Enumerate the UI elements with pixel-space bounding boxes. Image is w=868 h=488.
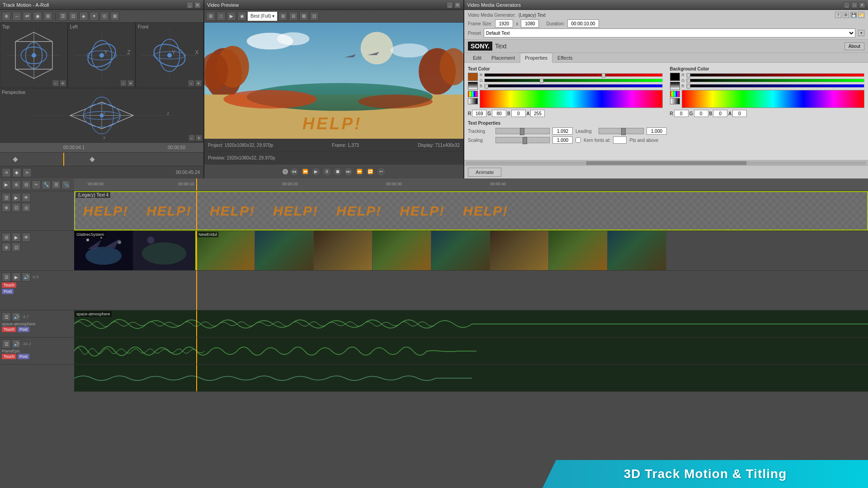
preset-dropdown[interactable]: Default Text: [484, 28, 855, 38]
tl-tool-6[interactable]: ☰: [52, 180, 61, 189]
color-wheel-text[interactable]: [480, 90, 663, 108]
bg-color-swatch[interactable]: [670, 73, 680, 81]
tracking-input[interactable]: [552, 127, 573, 135]
scaling-input[interactable]: [552, 136, 573, 144]
zoom-plus-left[interactable]: +: [127, 80, 134, 86]
kern-pts-input[interactable]: [613, 136, 627, 144]
loop-btn[interactable]: 🔁: [366, 167, 375, 176]
r-slider-text[interactable]: [484, 73, 663, 77]
audio1-toggle[interactable]: ▶: [12, 272, 21, 282]
tl-tool-5[interactable]: 🔧: [42, 180, 51, 189]
close-btn[interactable]: ✕: [194, 2, 201, 8]
toolbar-btn-11[interactable]: ⊠: [110, 12, 119, 21]
zoom-plus-top[interactable]: +: [60, 80, 66, 86]
gen-scrollbar[interactable]: [464, 160, 868, 165]
toolbar-btn-5[interactable]: ⊞: [43, 12, 52, 21]
preview-tool-4[interactable]: ◉: [237, 12, 246, 21]
tm-add-key[interactable]: ◆: [12, 168, 21, 177]
preview-tool-1[interactable]: ⊞: [206, 12, 215, 21]
toolbar-btn-1[interactable]: ⊕: [2, 12, 11, 21]
tab-properties[interactable]: Properties: [520, 53, 552, 63]
g-slider-text[interactable]: [484, 79, 663, 82]
zoom-minus-persp[interactable]: -: [189, 135, 195, 141]
video-track-toggle[interactable]: ▶: [12, 233, 21, 242]
about-btn[interactable]: About: [844, 42, 864, 50]
b-slider-bg[interactable]: [686, 84, 865, 88]
gen-minimize[interactable]: _: [844, 2, 850, 8]
toolbar-btn-6[interactable]: ☰: [58, 12, 67, 21]
tl-tool-2[interactable]: ⊕: [12, 180, 21, 189]
scaling-slider[interactable]: [495, 137, 550, 143]
playback-record-btn[interactable]: [283, 169, 288, 174]
tl-tool-4[interactable]: ✂: [32, 180, 41, 189]
tab-edit[interactable]: Edit: [468, 53, 486, 62]
gen-save-btn[interactable]: 💾: [850, 12, 857, 18]
gen-close[interactable]: ✕: [859, 2, 865, 8]
text-gradient-swatch[interactable]: [468, 82, 478, 90]
video-track-menu[interactable]: ☰: [2, 233, 11, 242]
tab-placement[interactable]: Placement: [486, 53, 520, 62]
gen-help-btn[interactable]: ?: [835, 12, 841, 18]
leading-slider[interactable]: [599, 128, 644, 134]
text-track-menu[interactable]: ☰: [2, 193, 11, 202]
toolbar-btn-7[interactable]: ⊡: [69, 12, 78, 21]
gen-maximize[interactable]: □: [851, 2, 858, 8]
frame-width-input[interactable]: [495, 19, 513, 28]
tab-effects[interactable]: Effects: [552, 53, 577, 62]
animate-btn[interactable]: Animate: [468, 168, 501, 177]
b-input-text[interactable]: [511, 110, 526, 117]
gen-open-btn[interactable]: 📂: [858, 12, 864, 18]
bg-spectrum[interactable]: [670, 91, 680, 97]
g-input-text[interactable]: [492, 110, 506, 117]
r-input-text[interactable]: [472, 110, 486, 117]
toolbar-btn-10[interactable]: ⊙: [100, 12, 109, 21]
kern-checkbox[interactable]: [576, 137, 581, 143]
zoom-plus-persp[interactable]: +: [196, 135, 202, 141]
text-track-btn3[interactable]: ⊡: [12, 203, 21, 212]
zoom-minus-front[interactable]: -: [188, 80, 194, 86]
preview-tool-5[interactable]: ⊞: [278, 12, 288, 21]
preview-tool-3[interactable]: ▶: [227, 12, 236, 21]
stop-btn[interactable]: ⏹: [333, 167, 342, 176]
text-grayscale[interactable]: [468, 98, 478, 104]
audio1-menu[interactable]: ☰: [2, 272, 11, 282]
audio1-mute[interactable]: 🔊: [22, 272, 31, 282]
tl-tool-3[interactable]: ⊟: [22, 180, 31, 189]
toolbar-btn-9[interactable]: ✦: [90, 12, 99, 21]
tracking-slider[interactable]: [495, 128, 550, 134]
a-input-text[interactable]: [530, 110, 545, 117]
duration-input[interactable]: [567, 19, 599, 28]
audio2-menu[interactable]: ☰: [2, 312, 11, 321]
toolbar-btn-3[interactable]: ⇄: [23, 12, 32, 21]
play-btn[interactable]: ▶: [311, 167, 321, 176]
frame-height-input[interactable]: [521, 19, 539, 28]
audio3-menu[interactable]: ☰: [2, 339, 11, 348]
gen-settings-btn[interactable]: ⚙: [843, 12, 849, 18]
g-input-bg[interactable]: [694, 110, 708, 117]
preview-tool-2[interactable]: □: [217, 12, 226, 21]
b-slider-text[interactable]: [484, 84, 663, 88]
pause-btn[interactable]: ⏸: [322, 167, 331, 176]
r-input-bg[interactable]: [674, 110, 689, 117]
text-color-spectrum[interactable]: [468, 91, 478, 97]
text-track-mute[interactable]: 👁: [22, 193, 31, 202]
preset-arrow-btn[interactable]: ▾: [858, 30, 864, 36]
audio3-mute[interactable]: 🔊: [12, 339, 21, 348]
a-input-bg[interactable]: [732, 110, 747, 117]
text-track-btn4[interactable]: ◎: [22, 203, 31, 212]
bg-grayscale[interactable]: [670, 98, 680, 104]
b-input-bg[interactable]: [713, 110, 727, 117]
video-track-btn2[interactable]: ⊕: [2, 243, 11, 252]
toolbar-btn-4[interactable]: ◉: [33, 12, 42, 21]
zoom-minus-top[interactable]: -: [52, 80, 59, 86]
text-color-swatch[interactable]: [468, 73, 478, 81]
toolbar-btn-8[interactable]: ◈: [79, 12, 88, 21]
preview-minimize[interactable]: _: [447, 2, 453, 8]
zoom-plus-front[interactable]: +: [195, 80, 202, 86]
g-slider-bg[interactable]: [686, 79, 865, 82]
minimize-btn[interactable]: _: [187, 2, 193, 8]
preview-tool-6[interactable]: ⊟: [289, 12, 298, 21]
tl-tool-1[interactable]: ▶: [2, 180, 11, 189]
step-back-btn[interactable]: ⏪: [301, 167, 310, 176]
video-seg-2[interactable]: NewEridul: [196, 231, 868, 271]
